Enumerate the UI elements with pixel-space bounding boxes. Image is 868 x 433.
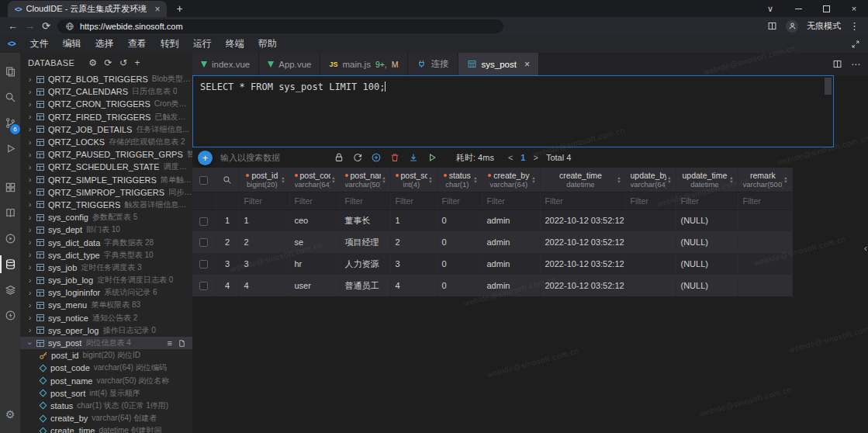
cell-update-by[interactable] xyxy=(625,210,676,231)
panel-settings-icon[interactable]: ⚙ xyxy=(88,57,97,68)
col-header-create-by[interactable]: create_byvarchar(64)▴▾ xyxy=(482,168,540,192)
bolt-icon[interactable] xyxy=(0,304,20,327)
cell-post-sort[interactable]: 3 xyxy=(390,253,437,275)
download-icon[interactable] xyxy=(408,152,419,163)
tab-connection[interactable]: 连接 xyxy=(408,53,458,75)
extensions-icon[interactable] xyxy=(0,176,20,199)
filter-input[interactable]: Filter xyxy=(289,192,340,210)
cell-post-id[interactable]: 3 xyxy=(239,253,289,275)
table-item[interactable]: ›sys_notice通知公告表 2 xyxy=(20,312,192,324)
row-checkbox[interactable] xyxy=(199,282,208,290)
add-row-fab-button[interactable]: + xyxy=(198,151,213,165)
database-icon[interactable] xyxy=(0,253,20,275)
tab-sys-post[interactable]: sys_post× xyxy=(458,53,539,75)
col-header-remark[interactable]: remarkvarchar(500)▴▾ xyxy=(738,168,792,192)
run-query-icon[interactable] xyxy=(427,152,437,163)
cell-post-name[interactable]: 项目经理 xyxy=(340,231,390,253)
table-item[interactable]: ›QRTZ_LOCKS存储的悲观锁信息表 2 xyxy=(20,136,192,148)
list-icon[interactable]: ≡ xyxy=(168,338,172,348)
table-item[interactable]: ›sys_dept部门表 10 xyxy=(20,223,192,236)
cell-post-name[interactable]: 普通员工 xyxy=(340,275,390,296)
filter-input[interactable]: Filter xyxy=(482,192,540,210)
source-control-icon[interactable]: 6 xyxy=(0,112,20,134)
lock-icon[interactable] xyxy=(334,152,344,163)
minimize-button[interactable] xyxy=(784,0,812,17)
table-row[interactable]: 4 4 user 普通员工 4 0 admin 2022-10-12 03:52… xyxy=(192,275,792,296)
select-all-checkbox[interactable] xyxy=(199,176,208,185)
filter-input[interactable]: Filter xyxy=(437,192,482,210)
sync-icon[interactable] xyxy=(352,152,363,163)
cell-create-by[interactable]: admin xyxy=(482,210,540,231)
col-header-update-by[interactable]: update_byvarchar(64)▴▾ xyxy=(625,168,676,192)
delete-icon[interactable] xyxy=(389,152,400,163)
run-view-icon[interactable] xyxy=(0,227,20,250)
cell-post-sort[interactable]: 1 xyxy=(390,210,437,231)
field-item[interactable]: post_idbigint(20) 岗位ID xyxy=(20,349,192,362)
prev-page-icon[interactable]: < xyxy=(508,153,513,162)
filter-input[interactable]: Filter xyxy=(540,192,625,210)
layers-icon[interactable] xyxy=(0,279,20,301)
refresh-icon[interactable]: ⟳ xyxy=(42,21,50,31)
sql-editor[interactable]: SELECT * FROM sys_post LIMIT 100; xyxy=(192,75,834,147)
sort-icons[interactable]: ▴▾ xyxy=(282,175,284,183)
cell-post-id[interactable]: 1 xyxy=(239,210,289,231)
cell-update-time[interactable]: (NULL) xyxy=(676,210,738,231)
select-all-cell[interactable] xyxy=(192,168,216,192)
sort-icons[interactable]: ▴▾ xyxy=(429,175,431,183)
filter-input[interactable]: Filter xyxy=(340,192,390,210)
explorer-icon[interactable] xyxy=(0,61,20,83)
cell-create-by[interactable]: admin xyxy=(482,253,540,275)
current-page[interactable]: 1 xyxy=(520,153,525,162)
cell-create-time[interactable]: 2022-10-12 03:52:12 xyxy=(540,253,625,275)
filter-input[interactable]: Filter xyxy=(239,192,289,210)
table-item[interactable]: ›sys_config参数配置表 5 xyxy=(20,211,192,223)
close-button[interactable]: × xyxy=(840,0,868,17)
cell-status[interactable]: 0 xyxy=(437,231,482,253)
cell-update-time[interactable]: (NULL) xyxy=(676,275,738,296)
menu-go[interactable]: 转到 xyxy=(154,35,186,53)
menu-terminal[interactable]: 终端 xyxy=(219,35,251,53)
sql-text[interactable]: SELECT * FROM sys_post LIMIT 100; xyxy=(193,76,833,98)
search-icon[interactable] xyxy=(0,86,20,109)
new-tab-button[interactable]: + xyxy=(176,3,182,14)
forward-icon[interactable]: → xyxy=(25,21,35,31)
table-item[interactable]: ›QRTZ_TRIGGERS触发器详细信息表 3 xyxy=(20,199,192,211)
menu-selection[interactable]: 选择 xyxy=(88,35,121,53)
row-search-cell[interactable] xyxy=(216,168,239,192)
cell-update-by[interactable] xyxy=(625,275,676,296)
table-item[interactable]: ›QRTZ_SCHEDULER_STATE调度器状... xyxy=(20,161,192,173)
row-checkbox[interactable] xyxy=(199,217,208,226)
panel-add-icon[interactable]: + xyxy=(134,57,140,68)
col-header-post-code[interactable]: post_codevarchar(64)▴▾ xyxy=(289,168,340,192)
sort-icons[interactable]: ▴▾ xyxy=(784,175,787,183)
col-header-update-time[interactable]: update_timedatetime▴▾ xyxy=(676,168,738,192)
filter-input[interactable]: Filter xyxy=(390,192,437,210)
cell-remark[interactable] xyxy=(738,231,792,253)
right-panel-collapse-icon[interactable]: ‹ xyxy=(864,242,867,254)
cell-post-name[interactable]: 董事长 xyxy=(340,210,390,231)
sort-icons[interactable]: ▴▾ xyxy=(382,175,385,183)
cell-status[interactable]: 0 xyxy=(437,210,482,231)
table-item[interactable]: ›QRTZ_FIRED_TRIGGERS已触发的触... xyxy=(20,111,192,123)
tab-app-vue[interactable]: App.vue xyxy=(259,53,320,75)
sort-icons[interactable]: ▴▾ xyxy=(332,175,334,183)
cell-post-sort[interactable]: 4 xyxy=(390,275,437,296)
table-item[interactable]: ›sys_dict_data字典数据表 28 xyxy=(20,236,192,248)
run-debug-icon[interactable] xyxy=(0,137,20,160)
table-item[interactable]: ›sys_dict_type字典类型表 10 xyxy=(20,249,192,262)
cell-post-code[interactable]: se xyxy=(289,231,340,253)
cell-post-code[interactable]: ceo xyxy=(289,210,340,231)
table-row[interactable]: 3 3 hr 人力资源 3 0 admin 2022-10-12 03:52:1… xyxy=(192,253,792,275)
url-bar[interactable]: https://webide.sinosoft.com xyxy=(57,19,503,33)
table-item[interactable]: ›sys_job_log定时任务调度日志表 0 xyxy=(20,274,192,286)
next-page-icon[interactable]: > xyxy=(533,153,538,162)
table-item[interactable]: ›sys_menu菜单权限表 83 xyxy=(20,299,192,311)
col-header-create-time[interactable]: create_timedatetime▴▾ xyxy=(540,168,625,192)
cell-post-name[interactable]: 人力资源 xyxy=(340,253,390,275)
filter-input[interactable]: Filter xyxy=(625,192,676,210)
cell-remark[interactable] xyxy=(738,210,792,231)
cell-post-code[interactable]: hr xyxy=(289,253,340,275)
more-actions-icon[interactable]: ⋯ xyxy=(851,59,860,70)
cell-create-time[interactable]: 2022-10-12 03:52:12 xyxy=(540,275,625,296)
table-item[interactable]: ›QRTZ_PAUSED_TRIGGER_GRPS暂... xyxy=(20,148,192,161)
